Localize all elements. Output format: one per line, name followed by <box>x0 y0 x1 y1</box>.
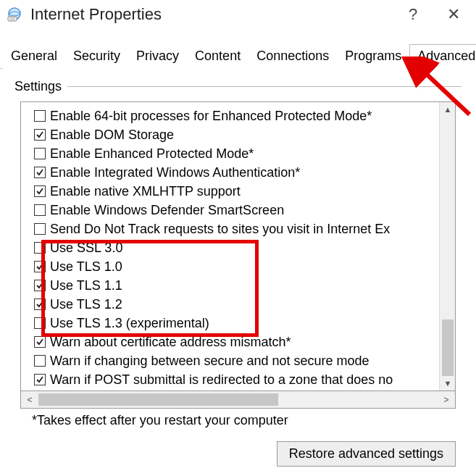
list-item[interactable]: Warn about certificate address mismatch* <box>34 333 439 351</box>
list-item[interactable]: Send Do Not Track requests to sites you … <box>34 220 439 238</box>
svg-rect-1 <box>8 17 17 21</box>
item-label: Use TLS 1.3 (experimental) <box>50 314 209 333</box>
scroll-left-arrow[interactable]: < <box>21 391 38 408</box>
checkbox[interactable] <box>34 148 46 159</box>
tab-connections[interactable]: Connections <box>249 44 337 69</box>
list-item[interactable]: Use TLS 1.0 <box>34 257 439 276</box>
item-label: Warn if POST submittal is redirected to … <box>50 370 393 389</box>
checkbox[interactable] <box>34 280 46 291</box>
titlebar: Internet Properties ? ✕ <box>0 0 476 32</box>
checkbox[interactable] <box>34 167 46 178</box>
item-label: Use SSL 3.0 <box>50 238 122 257</box>
tab-privacy[interactable]: Privacy <box>128 44 187 69</box>
item-label: Enable 64-bit processes for Enhanced Pro… <box>50 107 372 125</box>
list-item[interactable]: Enable 64-bit processes for Enhanced Pro… <box>34 107 439 125</box>
restore-advanced-settings-button[interactable]: Restore advanced settings <box>277 441 456 467</box>
checkbox[interactable] <box>34 374 46 385</box>
checkbox[interactable] <box>34 242 46 254</box>
item-label: Use TLS 1.0 <box>50 257 122 276</box>
item-label: Send Do Not Track requests to sites you … <box>50 220 390 238</box>
checkbox[interactable] <box>34 298 46 310</box>
close-button[interactable]: ✕ <box>444 7 463 22</box>
tab-general[interactable]: General <box>3 44 65 69</box>
checkbox[interactable] <box>34 110 46 122</box>
item-label: Warn if changing between secure and not … <box>50 351 369 370</box>
horizontal-scrollbar[interactable]: < > <box>20 391 456 409</box>
list-item[interactable]: Enable DOM Storage <box>34 125 439 144</box>
list-item[interactable]: Warn if POST submittal is redirected to … <box>34 370 439 389</box>
item-label: Use TLS 1.1 <box>50 276 122 295</box>
list-item[interactable]: Enable Integrated Windows Authentication… <box>34 163 439 182</box>
vertical-scrollbar[interactable]: ▲ ▼ <box>439 102 455 391</box>
scroll-right-arrow[interactable]: > <box>438 391 455 408</box>
list-item[interactable]: Warn if changing between secure and not … <box>34 351 439 370</box>
list-item[interactable]: Enable Enhanced Protected Mode* <box>34 144 439 163</box>
item-label: Enable Integrated Windows Authentication… <box>50 163 300 182</box>
list-item[interactable]: Use TLS 1.2 <box>34 295 439 314</box>
settings-listbox: Enable 64-bit processes for Enhanced Pro… <box>20 101 456 391</box>
group-label: Settings <box>14 79 67 94</box>
settings-group: Settings <box>14 79 462 94</box>
horizontal-scroll-thumb[interactable] <box>38 393 278 406</box>
item-label: Use TLS 1.2 <box>50 295 122 314</box>
checkbox[interactable] <box>34 204 46 216</box>
checkbox[interactable] <box>34 317 46 329</box>
checkbox[interactable] <box>34 355 46 367</box>
checkbox[interactable] <box>34 223 46 235</box>
window-title: Internet Properties <box>30 5 404 24</box>
tab-programs[interactable]: Programs <box>337 44 409 69</box>
footnote-text: *Takes effect after you restart your com… <box>32 413 456 428</box>
item-label: Enable native XMLHTTP support <box>50 182 241 201</box>
help-button[interactable]: ? <box>404 7 422 22</box>
list-item[interactable]: Enable native XMLHTTP support <box>34 182 439 201</box>
list-item[interactable]: Use TLS 1.1 <box>34 276 439 295</box>
item-label: Enable Windows Defender SmartScreen <box>50 201 284 220</box>
checkbox[interactable] <box>34 261 46 272</box>
scroll-down-arrow[interactable]: ▼ <box>440 376 456 391</box>
item-label: Enable DOM Storage <box>50 125 174 144</box>
checkbox[interactable] <box>34 185 46 197</box>
tab-advanced[interactable]: Advanced <box>409 44 476 69</box>
tab-content[interactable]: Content <box>187 44 249 69</box>
scroll-up-arrow[interactable]: ▲ <box>440 102 456 117</box>
tab-strip: GeneralSecurityPrivacyContentConnections… <box>0 32 476 69</box>
internet-options-icon <box>6 6 23 23</box>
checkbox[interactable] <box>34 336 46 348</box>
checkbox[interactable] <box>34 129 46 141</box>
list-item[interactable]: Enable Windows Defender SmartScreen <box>34 201 439 220</box>
vertical-scroll-thumb[interactable] <box>442 320 454 376</box>
list-item[interactable]: Use TLS 1.3 (experimental) <box>34 314 439 333</box>
group-separator <box>67 86 462 87</box>
settings-list[interactable]: Enable 64-bit processes for Enhanced Pro… <box>21 102 439 391</box>
tab-security[interactable]: Security <box>65 44 128 69</box>
item-label: Warn about certificate address mismatch* <box>50 333 291 351</box>
item-label: Enable Enhanced Protected Mode* <box>50 144 254 163</box>
list-item[interactable]: Use SSL 3.0 <box>34 238 439 257</box>
